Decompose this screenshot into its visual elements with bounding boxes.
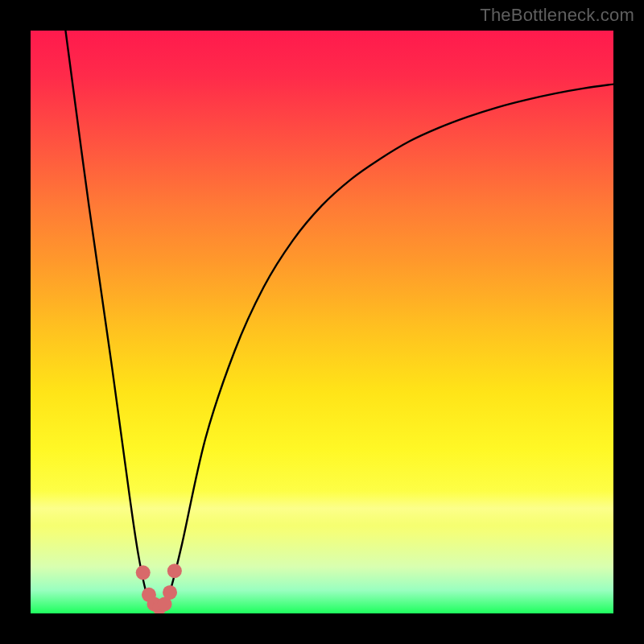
plot-area — [31, 31, 613, 613]
bottleneck-markers — [136, 564, 182, 613]
chart-frame: TheBottleneck.com — [0, 0, 644, 644]
bottleneck-curve — [65, 31, 613, 608]
watermark-text: TheBottleneck.com — [480, 5, 634, 26]
marker-point — [167, 564, 182, 578]
curve-svg — [31, 31, 613, 613]
marker-point — [163, 585, 177, 600]
marker-point — [136, 565, 151, 580]
